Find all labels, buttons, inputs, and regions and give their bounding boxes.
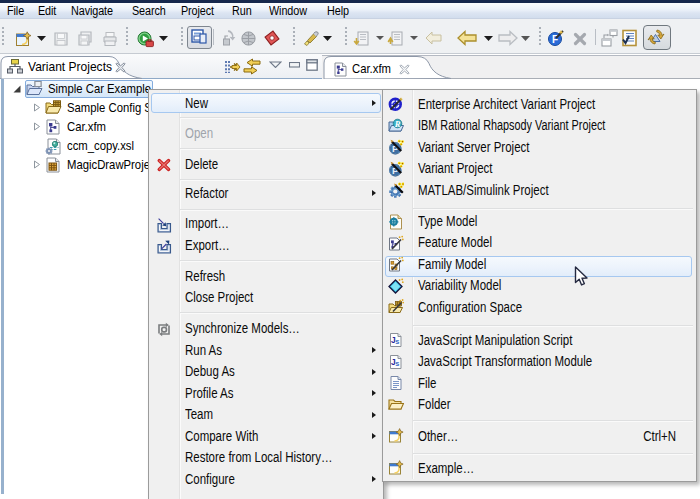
svg-text:R: R (394, 119, 401, 129)
svg-text:s: s (395, 359, 399, 368)
svg-text:s: s (395, 338, 399, 347)
